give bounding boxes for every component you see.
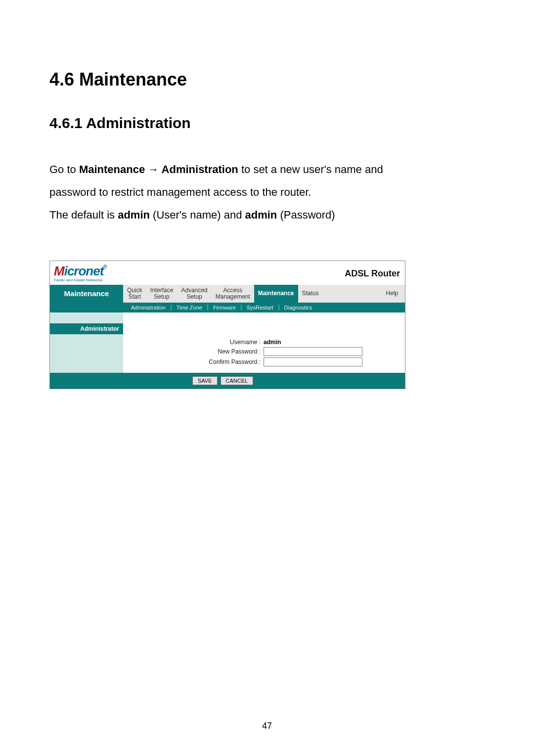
logo-text: Micronet® — [54, 265, 107, 277]
left-panel-title: Maintenance — [50, 285, 123, 303]
confirm-password-label: Confirm Password : — [123, 358, 264, 365]
subtab-sysrestart[interactable]: SysRestart — [242, 305, 279, 311]
page-number: 47 — [0, 721, 534, 731]
product-title: ADSL Router — [345, 268, 400, 279]
text: (User's name) and — [150, 209, 245, 221]
tab-access-management[interactable]: AccessManagement — [212, 285, 254, 303]
tab-advanced-setup[interactable]: AdvancedSetup — [177, 285, 211, 303]
tab-quick-start[interactable]: QuickStart — [123, 285, 146, 303]
subtab-diagnostics[interactable]: Diagnostics — [279, 305, 317, 311]
tab-maintenance[interactable]: Maintenance — [254, 285, 298, 303]
paragraph-1: Go to Maintenance → Administration to se… — [49, 159, 485, 180]
new-password-input[interactable] — [264, 347, 362, 356]
logo-tagline: Faster and Easier Networks — [54, 278, 107, 282]
username-label: Username : — [123, 339, 264, 346]
paragraph-2: password to restrict management access t… — [49, 181, 485, 203]
tab-help[interactable]: Help — [382, 285, 405, 303]
tab-interface-setup[interactable]: InterfaceSetup — [146, 285, 178, 303]
save-button[interactable]: SAVE — [192, 376, 218, 385]
text-bold: Maintenance → Administration — [79, 163, 238, 176]
cancel-button[interactable]: CANCEL — [221, 376, 254, 385]
username-value: admin — [264, 339, 281, 346]
section-label-administrator: Administrator — [50, 323, 123, 334]
main-nav: QuickStart InterfaceSetup AdvancedSetup … — [123, 285, 405, 303]
router-admin-screenshot: Micronet® Faster and Easier Networks ADS… — [49, 261, 405, 389]
subtab-time-zone[interactable]: Time Zone — [172, 305, 208, 311]
text-bold: admin — [118, 209, 150, 221]
paragraph-3: The default is admin (User's name) and a… — [49, 204, 485, 226]
text-bold: admin — [245, 209, 277, 221]
sub-nav: Administration Time Zone Firmware SysRes… — [123, 303, 405, 312]
confirm-password-input[interactable] — [264, 357, 362, 366]
text: (Password) — [277, 209, 335, 221]
section-heading-4-6-1: 4.6.1 Administration — [49, 115, 485, 132]
logo: Micronet® Faster and Easier Networks — [54, 265, 107, 282]
new-password-label: New Password : — [123, 348, 264, 355]
subtab-administration[interactable]: Administration — [126, 305, 172, 311]
section-heading-4-6: 4.6 Maintenance — [49, 69, 485, 90]
subtab-firmware[interactable]: Firmware — [208, 305, 242, 311]
tab-status[interactable]: Status — [298, 285, 323, 303]
text: Go to — [49, 163, 79, 176]
text: to set a new user's name and — [238, 163, 383, 176]
text: The default is — [49, 209, 118, 221]
